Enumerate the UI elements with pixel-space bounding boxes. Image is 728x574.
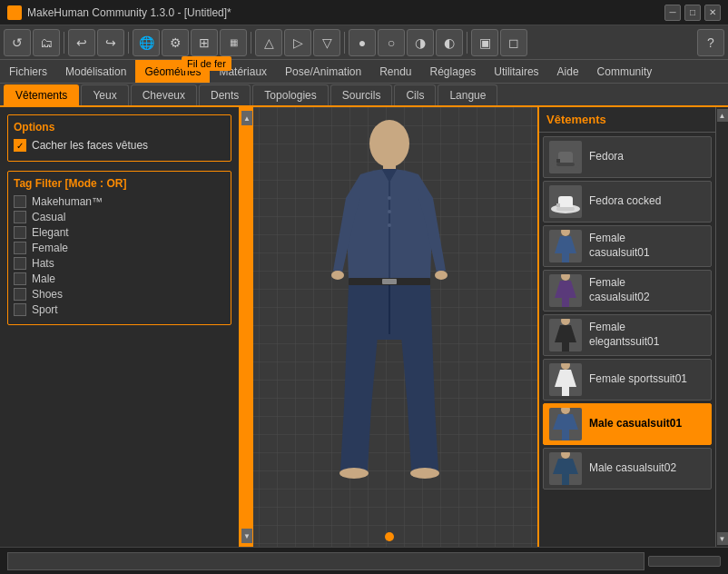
svg-point-3 (435, 271, 448, 280)
tag-checkbox-shoes[interactable] (14, 288, 26, 301)
tag-label: Sport (32, 303, 58, 316)
tab-yeux[interactable]: Yeux (81, 84, 128, 105)
tool-tri1[interactable]: △ (255, 29, 282, 56)
window-controls[interactable]: ─ □ ✕ (664, 5, 721, 21)
tab-vêtements[interactable]: Vêtements (4, 84, 79, 105)
tag-label: Elegant (32, 226, 69, 239)
tag-checkbox-male[interactable] (14, 272, 26, 285)
tab-dents[interactable]: Dents (199, 84, 251, 105)
svg-rect-27 (562, 430, 569, 440)
tool-tri2[interactable]: ▷ (284, 29, 311, 56)
clothing-item-fedora-cocked[interactable]: Fedora cocked (543, 181, 712, 223)
tag-checkbox-makehuman-[interactable] (14, 195, 26, 208)
tool-render[interactable]: ▣ (471, 29, 498, 56)
clothing-item-male-casualsuit02[interactable]: Male casualsuit02 (543, 448, 712, 490)
tool-circle-fill[interactable]: ● (349, 29, 376, 56)
clothing-item-male-casualsuit01[interactable]: Male casualsuit01 (543, 403, 712, 445)
tag-label: Makehuman™ (32, 195, 103, 208)
clothing-item-female-sportssuit01[interactable]: Female sportssuit01 (543, 359, 712, 401)
maximize-button[interactable]: □ (684, 5, 701, 21)
menu-item-modélisation[interactable]: Modélisation (56, 60, 135, 83)
option-row-hide-faces: ✓ Cacher les faces vêtues (14, 139, 225, 152)
menu-item-réglages[interactable]: Réglages (421, 60, 486, 83)
scroll-down-btn[interactable]: ▼ (717, 532, 728, 545)
tag-checkbox-sport[interactable] (14, 303, 26, 316)
clothing-label: Female sportssuit01 (589, 372, 687, 387)
tag-checkbox-hats[interactable] (14, 257, 26, 270)
svg-point-25 (561, 363, 570, 370)
tool-checker[interactable]: ▦ (220, 29, 247, 56)
tool-reset[interactable]: ↺ (4, 29, 31, 56)
tool-undo[interactable]: ↩ (68, 29, 95, 56)
svg-point-24 (561, 319, 570, 325)
menu-item-utilitaires[interactable]: Utilitaires (485, 60, 547, 83)
menu-item-pose/animation[interactable]: Pose/Animation (276, 60, 370, 83)
tag-item-makehuman-: Makehuman™ (14, 195, 225, 208)
clothing-label: Fedora (589, 150, 624, 164)
clothing-item-female-casualsuit01[interactable]: Female casualsuit01 (543, 225, 712, 267)
clothing-thumb (549, 319, 582, 351)
scroll-up-btn[interactable]: ▲ (717, 109, 728, 122)
menu-item-aide[interactable]: Aide (548, 60, 588, 83)
tab-cheveux[interactable]: Cheveux (131, 84, 197, 105)
menu-item-matériaux[interactable]: Matériaux (210, 60, 276, 83)
close-button[interactable]: ✕ (704, 5, 721, 21)
clothing-thumb (549, 408, 582, 440)
tool-half-circle2[interactable]: ◐ (436, 29, 463, 56)
tag-checkbox-casual[interactable] (14, 211, 26, 223)
clothing-thumb (549, 363, 582, 396)
title-bar-left: MakeHuman Community 1.3.0 - [Untitled]* (7, 5, 231, 20)
tag-label: Shoes (32, 288, 63, 301)
toolbar: ↺ 🗂 ↩ ↪ 🌐 ⚙ ⊞ ▦ △ ▷ ▽ ● ○ ◑ ◐ ▣ ◻ ? (0, 25, 728, 60)
options-section: Options ✓ Cacher les faces vêtues (7, 114, 231, 162)
right-panel-scrollbar[interactable]: ▲ ▼ (715, 107, 728, 547)
tool-redo[interactable]: ↪ (97, 29, 124, 56)
status-input[interactable] (7, 552, 644, 570)
menu-item-géométries[interactable]: Géométries (135, 60, 210, 83)
svg-rect-5 (382, 279, 397, 284)
clothing-item-female-elegantssuit01[interactable]: Female elegantssuit01 (543, 314, 712, 356)
menu-item-community[interactable]: Community (588, 60, 662, 83)
tool-half-circle[interactable]: ◑ (407, 29, 434, 56)
minimize-button[interactable]: ─ (664, 5, 681, 21)
tool-open[interactable]: 🗂 (33, 29, 60, 56)
clothing-label: Female elegantssuit01 (589, 321, 659, 349)
main-layout: Options ✓ Cacher les faces vêtues Tag Fi… (0, 107, 728, 547)
tool-help[interactable]: ? (697, 29, 724, 56)
tool-grid[interactable]: ⊞ (191, 29, 218, 56)
menu-item-fichiers[interactable]: Fichiers (0, 60, 56, 83)
clothing-item-fedora[interactable]: Fedora (543, 136, 712, 178)
title-bar: MakeHuman Community 1.3.0 - [Untitled]* … (0, 0, 728, 25)
viewport-scroll-down[interactable]: ▼ (241, 529, 252, 543)
menu-item-rendu[interactable]: Rendu (370, 60, 420, 83)
status-scrollbar[interactable] (648, 556, 721, 567)
menu-bar: FichiersModélisationGéométriesMatériauxP… (0, 60, 728, 84)
tag-filter-title: Tag Filter [Mode : OR] (14, 177, 225, 190)
tool-camera[interactable]: ◻ (500, 29, 527, 56)
clothing-thumb (549, 185, 582, 218)
tool-settings[interactable]: ⚙ (162, 29, 189, 56)
clothing-thumb (549, 274, 582, 307)
right-panel: Vêtements Fedora Fedora cocked Female ca… (537, 107, 728, 547)
tool-globe[interactable]: 🌐 (133, 29, 160, 56)
tag-checkbox-female[interactable] (14, 242, 26, 254)
tag-label: Casual (32, 211, 65, 223)
tab-cils[interactable]: Cils (394, 84, 436, 105)
toolbar-separator-2 (128, 32, 129, 54)
app-icon (7, 5, 22, 20)
option-checkbox-hide-faces[interactable]: ✓ (14, 139, 26, 152)
viewport-3d[interactable]: ▲ ▼ (241, 107, 537, 547)
toolbar-separator-3 (251, 32, 251, 54)
tool-tri3[interactable]: ▽ (313, 29, 340, 56)
tab-sourcils[interactable]: Sourcils (330, 84, 393, 105)
clothing-item-female-casualsuit02[interactable]: Female casualsuit02 (543, 270, 712, 312)
viewport-center-dot (385, 532, 394, 541)
tool-sphere[interactable]: ○ (378, 29, 405, 56)
svg-rect-16 (556, 163, 575, 166)
tag-checkbox-elegant[interactable] (14, 226, 26, 239)
svg-point-0 (369, 120, 409, 167)
svg-point-26 (561, 408, 570, 414)
tab-topologies[interactable]: Topologies (252, 84, 328, 105)
viewport-scroll-up[interactable]: ▲ (241, 111, 252, 125)
tab-langue[interactable]: Langue (438, 84, 497, 105)
